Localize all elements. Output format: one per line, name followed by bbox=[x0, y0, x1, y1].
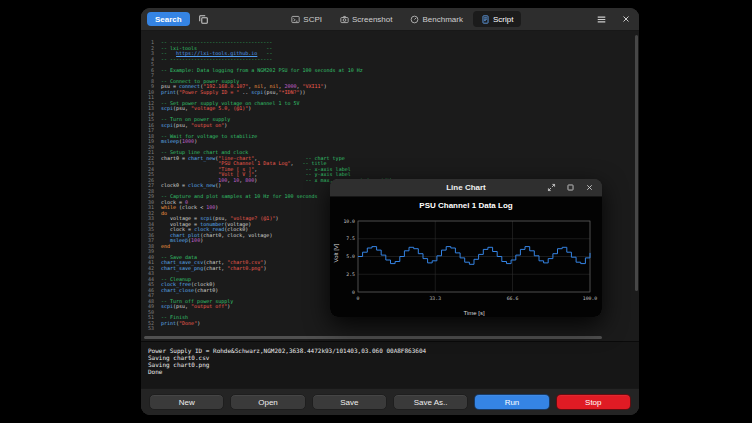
console-output: Power Supply ID = Rohde&Schwarz,NGM202,3… bbox=[141, 341, 639, 388]
stop-button[interactable]: Stop bbox=[556, 394, 631, 410]
run-button[interactable]: Run bbox=[474, 394, 549, 410]
save-as-button[interactable]: Save As.. bbox=[393, 394, 468, 410]
svg-text:10.0: 10.0 bbox=[343, 219, 355, 224]
open-button[interactable]: Open bbox=[230, 394, 305, 410]
svg-text:2.5: 2.5 bbox=[346, 272, 355, 277]
maximize-icon[interactable] bbox=[565, 182, 576, 193]
tab-bar: SCPI Screenshot Benchmark bbox=[283, 11, 521, 27]
svg-text:33.3: 33.3 bbox=[429, 296, 441, 301]
svg-text:7.5: 7.5 bbox=[346, 236, 355, 241]
svg-text:66.6: 66.6 bbox=[507, 296, 519, 301]
line-number-gutter: 1234567891011121314151617181920212223242… bbox=[141, 31, 157, 341]
svg-text:0: 0 bbox=[352, 290, 355, 295]
copy-icon[interactable] bbox=[196, 12, 211, 27]
chart-window-controls bbox=[546, 182, 602, 193]
fullscreen-icon[interactable] bbox=[546, 182, 557, 193]
tab-scpi[interactable]: SCPI bbox=[283, 11, 330, 27]
vertical-scrollbar[interactable] bbox=[635, 35, 638, 333]
close-icon[interactable] bbox=[618, 12, 633, 27]
tab-label: Script bbox=[493, 15, 513, 24]
window-controls bbox=[594, 12, 633, 27]
svg-text:5.0: 5.0 bbox=[346, 254, 355, 259]
tab-label: SCPI bbox=[303, 15, 322, 24]
terminal-icon bbox=[291, 15, 300, 24]
line-chart-window: Line Chart 02.55.07.510.0033.366.6100.0 bbox=[330, 179, 602, 317]
tab-label: Benchmark bbox=[422, 15, 462, 24]
search-button[interactable]: Search bbox=[147, 12, 190, 26]
save-button[interactable]: Save bbox=[312, 394, 387, 410]
console-line: Done bbox=[148, 368, 632, 375]
console-line: Power Supply ID = Rohde&Schwarz,NGM202,3… bbox=[148, 347, 632, 354]
tab-label: Screenshot bbox=[352, 15, 392, 24]
desktop-background: Search SCPI bbox=[0, 0, 752, 423]
header-bar: Search SCPI bbox=[141, 8, 639, 31]
new-button[interactable]: New bbox=[149, 394, 224, 410]
chart-window-titlebar[interactable]: Line Chart bbox=[330, 179, 602, 197]
camera-icon bbox=[340, 15, 349, 24]
chart-canvas: 02.55.07.510.0033.366.6100.0 PSU Channel… bbox=[330, 197, 602, 317]
chart-plot: 02.55.07.510.0033.366.6100.0 bbox=[330, 197, 602, 317]
svg-text:0: 0 bbox=[357, 296, 360, 301]
tab-script[interactable]: Script bbox=[473, 11, 521, 27]
chart-y-axis-label: Volt [V] bbox=[333, 233, 339, 273]
svg-text:100.0: 100.0 bbox=[583, 296, 598, 301]
console-line: Saving chart0.csv bbox=[148, 354, 632, 361]
tab-benchmark[interactable]: Benchmark bbox=[402, 11, 470, 27]
tab-screenshot[interactable]: Screenshot bbox=[332, 11, 400, 27]
console-line: Saving chart0.png bbox=[148, 361, 632, 368]
script-icon bbox=[481, 15, 490, 24]
menu-icon[interactable] bbox=[594, 12, 609, 27]
horizontal-scrollbar[interactable] bbox=[144, 336, 602, 339]
gauge-icon bbox=[410, 15, 419, 24]
chart-x-axis-label: Time [s] bbox=[358, 310, 590, 316]
close-icon[interactable] bbox=[584, 182, 595, 193]
action-button-bar: New Open Save Save As.. Run Stop bbox=[141, 388, 639, 415]
chart-plot-title: PSU Channel 1 Data Log bbox=[330, 201, 602, 210]
